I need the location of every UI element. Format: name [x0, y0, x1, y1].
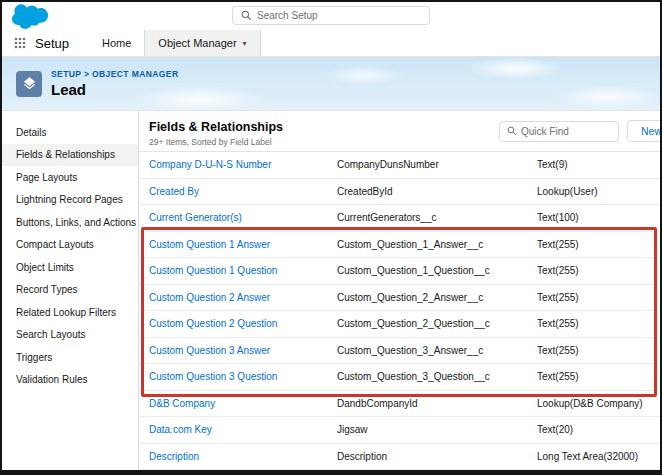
- breadcrumb[interactable]: SETUP > OBJECT MANAGER: [51, 69, 178, 79]
- field-api-name: DandbCompanyId: [337, 398, 537, 409]
- quick-find-input[interactable]: [521, 126, 618, 137]
- field-data-type: Text(255): [537, 292, 660, 303]
- field-data-type: Text(255): [537, 318, 660, 329]
- field-api-name: CurrentGenerators__c: [337, 212, 537, 223]
- tab-object-manager[interactable]: Object Manager ▾: [144, 30, 260, 56]
- field-label-link[interactable]: Data.com Key: [149, 424, 337, 435]
- field-data-type: Lookup(User): [537, 186, 660, 197]
- tab-object-manager-label: Object Manager: [158, 37, 236, 49]
- table-row: Custom Question 3 Question Custom_Questi…: [139, 364, 660, 391]
- search-icon: [507, 126, 517, 136]
- field-data-type: Text(255): [537, 265, 660, 276]
- sidebar-item-label: Triggers: [16, 352, 52, 363]
- field-api-name: Custom_Question_2_Question__c: [337, 318, 537, 329]
- list-title: Fields & Relationships: [149, 120, 283, 134]
- object-manager-sidebar: Details Fields & Relationships Page Layo…: [2, 111, 139, 470]
- sidebar-item-compact-layouts[interactable]: Compact Layouts: [2, 234, 138, 257]
- field-data-type: Text(20): [537, 424, 660, 435]
- sidebar-item-lightning-record-pages[interactable]: Lightning Record Pages: [2, 189, 138, 212]
- table-row: Current Generator(s) CurrentGenerators__…: [139, 205, 660, 232]
- salesforce-logo: [12, 4, 48, 29]
- field-data-type: Text(255): [537, 239, 660, 250]
- field-label-link[interactable]: Custom Question 1 Question: [149, 265, 337, 276]
- table-row: Description Description Long Text Area(3…: [139, 444, 660, 471]
- field-data-type: Text(255): [537, 371, 660, 382]
- sidebar-item-object-limits[interactable]: Object Limits: [2, 256, 138, 279]
- field-label-link[interactable]: Custom Question 2 Answer: [149, 292, 337, 303]
- sidebar-item-label: Related Lookup Filters: [16, 307, 116, 318]
- fields-table: Company D-U-N-S Number CompanyDunsNumber…: [139, 151, 660, 470]
- object-page-header: SETUP > OBJECT MANAGER Lead: [2, 57, 660, 111]
- sidebar-item-label: Compact Layouts: [16, 239, 94, 250]
- tab-home[interactable]: Home: [89, 30, 144, 56]
- salesforce-setup-window: Setup Home Object Manager ▾ SETUP > OBJE…: [0, 0, 662, 475]
- sidebar-item-record-types[interactable]: Record Types: [2, 279, 138, 302]
- field-api-name: Custom_Question_1_Answer__c: [337, 239, 537, 250]
- table-row: Custom Question 1 Answer Custom_Question…: [139, 232, 660, 259]
- chevron-down-icon: ▾: [243, 39, 247, 48]
- field-label-link[interactable]: Custom Question 2 Question: [149, 318, 337, 329]
- table-row: Custom Question 2 Question Custom_Questi…: [139, 311, 660, 338]
- content-body: Details Fields & Relationships Page Layo…: [2, 111, 660, 470]
- sidebar-item-buttons-links-actions[interactable]: Buttons, Links, and Actions: [2, 211, 138, 234]
- field-api-name: Custom_Question_1_Question__c: [337, 265, 537, 276]
- field-label-link[interactable]: Created By: [149, 186, 337, 197]
- sidebar-item-label: Fields & Relationships: [16, 149, 115, 160]
- setup-search: [232, 6, 430, 25]
- field-label-link[interactable]: Custom Question 1 Answer: [149, 239, 337, 250]
- field-data-type: Text(100): [537, 212, 660, 223]
- tab-home-label: Home: [102, 37, 131, 49]
- field-label-link[interactable]: Custom Question 3 Answer: [149, 345, 337, 356]
- field-label-link[interactable]: Company D-U-N-S Number: [149, 159, 337, 170]
- table-row: Custom Question 3 Answer Custom_Question…: [139, 338, 660, 365]
- table-row: Created By CreatedById Lookup(User): [139, 179, 660, 206]
- field-data-type: Lookup(D&B Company): [537, 398, 660, 409]
- sidebar-item-label: Validation Rules: [16, 374, 88, 385]
- setup-search-input[interactable]: [257, 10, 429, 21]
- new-field-button[interactable]: New: [627, 120, 662, 142]
- field-label-link[interactable]: Custom Question 3 Question: [149, 371, 337, 382]
- field-label-link[interactable]: D&B Company: [149, 398, 337, 409]
- table-row: Custom Question 1 Question Custom_Questi…: [139, 258, 660, 285]
- sidebar-item-label: Page Layouts: [16, 172, 77, 183]
- list-actions: New: [499, 120, 662, 142]
- field-api-name: Jigsaw: [337, 424, 537, 435]
- annotated-rows-group: Custom Question 1 Answer Custom_Question…: [139, 232, 660, 391]
- quick-find: [499, 121, 619, 142]
- sidebar-item-label: Details: [16, 127, 47, 138]
- field-api-name: CompanyDunsNumber: [337, 159, 537, 170]
- field-data-type: Text(9): [537, 159, 660, 170]
- field-api-name: CreatedById: [337, 186, 537, 197]
- sidebar-item-details[interactable]: Details: [2, 121, 138, 144]
- list-header: Fields & Relationships 29+ Items, Sorted…: [139, 111, 660, 151]
- lead-object-icon: [16, 71, 42, 97]
- sidebar-item-label: Record Types: [16, 284, 78, 295]
- sidebar-item-label: Search Layouts: [16, 329, 86, 340]
- search-icon: [241, 10, 252, 21]
- sidebar-item-page-layouts[interactable]: Page Layouts: [2, 166, 138, 189]
- field-api-name: Custom_Question_3_Question__c: [337, 371, 537, 382]
- sidebar-item-label: Object Limits: [16, 262, 74, 273]
- sidebar-item-label: Lightning Record Pages: [16, 194, 123, 205]
- field-api-name: Custom_Question_2_Answer__c: [337, 292, 537, 303]
- field-label-link[interactable]: Current Generator(s): [149, 212, 337, 223]
- sidebar-item-label: Buttons, Links, and Actions: [16, 217, 136, 228]
- table-row: Data.com Key Jigsaw Text(20): [139, 417, 660, 444]
- table-row: D&B Company DandbCompanyId Lookup(D&B Co…: [139, 391, 660, 418]
- list-subtitle: 29+ Items, Sorted by Field Label: [149, 137, 283, 147]
- setup-navbar: Setup Home Object Manager ▾: [2, 30, 660, 57]
- sidebar-item-triggers[interactable]: Triggers: [2, 346, 138, 369]
- table-row: Custom Question 2 Answer Custom_Question…: [139, 285, 660, 312]
- sidebar-item-validation-rules[interactable]: Validation Rules: [2, 369, 138, 392]
- sidebar-item-search-layouts[interactable]: Search Layouts: [2, 324, 138, 347]
- sidebar-item-related-lookup-filters[interactable]: Related Lookup Filters: [2, 301, 138, 324]
- field-data-type: Long Text Area(32000): [537, 451, 660, 462]
- field-label-link[interactable]: Description: [149, 451, 337, 462]
- page-title: Lead: [51, 81, 178, 98]
- field-api-name: Custom_Question_3_Answer__c: [337, 345, 537, 356]
- sidebar-item-fields-relationships[interactable]: Fields & Relationships: [2, 144, 138, 167]
- app-launcher-icon[interactable]: [14, 37, 26, 49]
- field-data-type: Text(255): [537, 345, 660, 356]
- field-api-name: Description: [337, 451, 537, 462]
- app-name-label: Setup: [35, 36, 69, 51]
